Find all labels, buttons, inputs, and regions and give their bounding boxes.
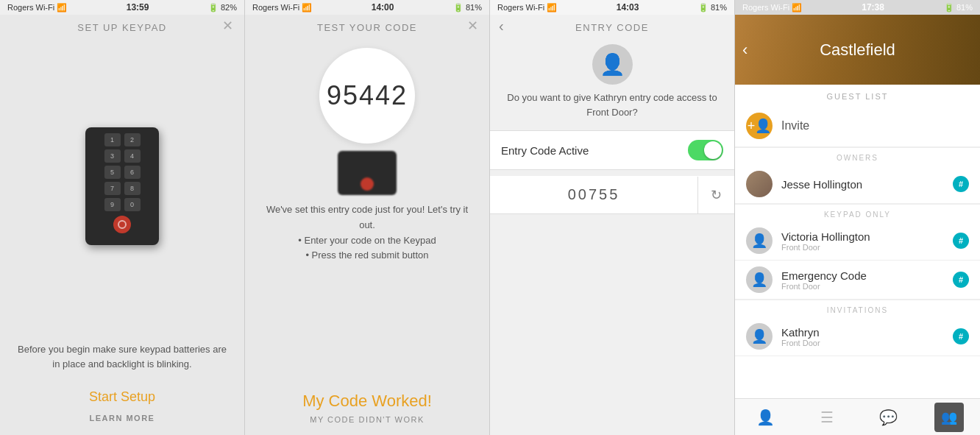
panel-2-content: 95442 (245, 37, 489, 195)
location-name: Castlefield (735, 40, 980, 60)
wifi-icon-4: 📶 (792, 3, 802, 13)
guest-name-jesse: Jesse Hollington (781, 178, 953, 191)
guest-sub-kathryn: Front Door (781, 339, 953, 347)
battery-3: 81% (711, 3, 727, 12)
panel-entry-code: Rogers Wi-Fi 📶 14:03 🔋 81% ‹ ENTRY CODE … (490, 0, 735, 435)
panel-3-header: ‹ ENTRY CODE (490, 15, 734, 37)
time-2: 14:00 (372, 2, 394, 13)
carrier-3: Rogers Wi-Fi (497, 3, 544, 12)
guest-row-jesse[interactable]: Jesse Hollington # (735, 165, 980, 204)
keypad-row-2: 3 4 (104, 149, 141, 163)
tab-chat[interactable]: 💬 (858, 399, 919, 435)
panel-4-header: ‹ Castlefield (735, 15, 980, 85)
bottom-tab-bar: 👤 ☰ 💬 👥 (735, 398, 980, 435)
guest-avatar-emergency: 👤 (746, 266, 773, 293)
status-left-2: Rogers Wi-Fi 📶 (252, 3, 312, 13)
guest-info-kathryn: Kathryn Front Door (781, 326, 953, 347)
guest-info-victoria: Victoria Hollington Front Door (781, 230, 953, 252)
keypad-row-1: 1 2 (104, 133, 141, 146)
start-setup-link[interactable]: Start Setup (15, 389, 230, 405)
refresh-code-button[interactable]: ↻ (697, 177, 734, 213)
tab-list[interactable]: ☰ (796, 399, 857, 435)
my-code-didnt-work-button[interactable]: MY CODE DIDN'T WORK (245, 415, 489, 424)
badge-icon-kathryn: # (959, 332, 963, 341)
panel-1-title: SET UP KEYPAD (77, 22, 166, 33)
guest-info-emergency: Emergency Code Front Door (781, 269, 953, 291)
battery-1: 82% (221, 3, 237, 12)
code-circle: 95442 (319, 48, 415, 144)
keypad-btn-8: 8 (124, 182, 141, 195)
avatar-photo-jesse (746, 171, 773, 197)
guest-name-emergency: Emergency Code (781, 269, 953, 282)
owners-divider: OWNERS (735, 147, 980, 165)
guest-badge-victoria: # (953, 233, 969, 249)
code-device-logo (361, 177, 374, 191)
tab-profile[interactable]: 👤 (735, 399, 796, 435)
keypad-logo-inner (118, 220, 127, 229)
close-button-2[interactable]: ✕ (467, 18, 478, 34)
keypad-row-4: 7 8 (104, 182, 141, 195)
guest-sub-victoria: Front Door (781, 243, 953, 252)
guest-name-kathryn: Kathryn (781, 326, 953, 339)
code-device-area (338, 151, 397, 195)
invite-person-icon: +👤 (748, 118, 772, 134)
status-bar-1: Rogers Wi-Fi 📶 13:59 🔋 82% (0, 0, 244, 15)
time-4: 17:38 (862, 2, 884, 13)
entry-code-display: 00755 (490, 176, 697, 213)
guest-info-jesse: Jesse Hollington (781, 178, 953, 191)
guest-row-emergency[interactable]: 👤 Emergency Code Front Door # (735, 261, 980, 300)
avatar-icon-emergency: 👤 (751, 272, 767, 288)
carrier-2: Rogers Wi-Fi (252, 3, 299, 12)
code-combined-area: 95442 (301, 48, 433, 195)
status-left-4: Rogers Wi-Fi 📶 (742, 3, 802, 13)
status-bar-2: Rogers Wi-Fi 📶 14:00 🔋 81% (245, 0, 489, 15)
status-right-3: 🔋 81% (698, 3, 727, 13)
wifi-icon: 📶 (57, 3, 67, 13)
guest-row-kathryn[interactable]: 👤 Kathryn Front Door # (735, 317, 980, 356)
invite-icon-circle: +👤 (746, 113, 773, 139)
back-button-3[interactable]: ‹ (499, 18, 504, 35)
tab-guests-icon: 👥 (941, 409, 957, 425)
my-code-worked-button[interactable]: My Code Worked! (245, 392, 489, 411)
panel-guest-list: Rogers Wi-Fi 📶 17:38 🔋 81% ‹ Castlefield… (735, 0, 980, 435)
panel-1-header: SET UP KEYPAD ✕ (0, 15, 244, 37)
toggle-knob (704, 141, 722, 159)
keypad-btn-0: 0 (124, 198, 141, 211)
close-button-1[interactable]: ✕ (222, 18, 233, 34)
toggle-row: Entry Code Active (490, 130, 734, 170)
tab-guests[interactable]: 👥 (919, 399, 980, 435)
panel-1-footer: Start Setup LEARN MORE (0, 382, 244, 435)
status-right-2: 🔋 81% (453, 3, 482, 13)
battery-2: 81% (466, 3, 482, 12)
invitations-divider: INVITATIONS (735, 300, 980, 317)
keypad-btn-1: 1 (104, 133, 121, 146)
keypad-btn-2: 2 (124, 133, 141, 146)
keypad-btn-5: 5 (104, 166, 121, 179)
battery-4: 81% (956, 3, 973, 12)
avatar-icon-victoria: 👤 (751, 233, 767, 249)
instructions-text: We've set this entry code just for you! … (245, 195, 489, 271)
wifi-icon-3: 📶 (547, 3, 557, 13)
instruction-step1: • Enter your code on the Keypad (263, 233, 471, 249)
guest-row-victoria[interactable]: 👤 Victoria Hollington Front Door # (735, 222, 980, 261)
badge-icon-emergency: # (959, 275, 963, 284)
status-left-3: Rogers Wi-Fi 📶 (497, 3, 557, 13)
status-right-1: 🔋 82% (208, 3, 237, 13)
status-bar-4: Rogers Wi-Fi 📶 17:38 🔋 81% (735, 0, 980, 15)
learn-more-link[interactable]: LEARN MORE (90, 414, 155, 422)
keypad-device: 1 2 3 4 5 6 7 8 9 0 (85, 127, 159, 245)
tab-list-icon: ☰ (820, 409, 834, 426)
keypad-only-divider: KEYPAD ONLY (735, 204, 980, 222)
keypad-btn-3: 3 (104, 149, 121, 163)
battery-icon-1: 🔋 (208, 3, 219, 13)
invite-row[interactable]: +👤 Invite (735, 105, 980, 147)
guest-badge-jesse: # (953, 176, 969, 192)
tab-chat-icon: 💬 (879, 409, 898, 426)
panel-2-footer: My Code Worked! MY CODE DIDN'T WORK (245, 392, 489, 435)
status-right-4: 🔋 81% (944, 3, 973, 13)
code-row: 00755 ↻ (490, 176, 734, 214)
guest-badge-kathryn: # (953, 328, 969, 344)
entry-code-toggle[interactable] (688, 140, 723, 160)
wifi-icon-2: 📶 (302, 3, 312, 13)
invite-label: Invite (781, 119, 809, 132)
